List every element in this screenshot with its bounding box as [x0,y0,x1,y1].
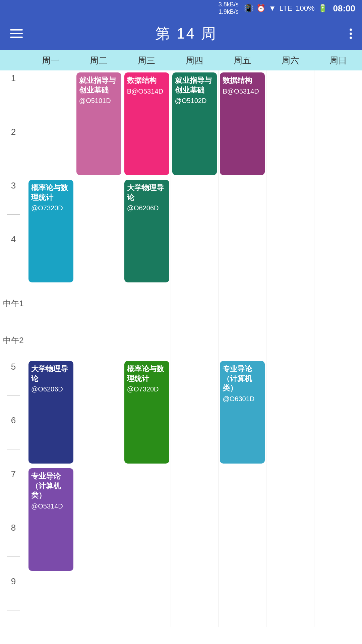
course-room: @O6206D [31,385,71,393]
day-column-1: 就业指导与创业基础@O5101D [75,70,123,627]
course-room: B@O5314D [127,87,167,96]
course-name: 概率论与数理统计 [127,364,167,383]
course-block[interactable]: 大学物理导论@O6206D [124,180,169,282]
day-header-tue: 周二 [75,55,123,66]
day-column-5 [266,70,314,627]
day-header-mon: 周一 [27,55,75,66]
course-block[interactable]: 专业导论（计算机类）@O6301D [220,361,265,464]
course-name: 专业导论（计算机类） [31,472,71,500]
status-icons: 📳 ⏰ ▼ LTE 100% 🔋 08:00 [244,3,355,14]
day-column-6 [314,70,362,627]
battery-icon: 🔋 [318,4,327,13]
time-slot-1: 1 [0,70,27,124]
days-area: 概率论与数理统计@O7320D大学物理导论@O6206D专业导论（计算机类）@O… [27,70,362,627]
course-name: 数据结构 [127,76,167,86]
network-down: 1.9kB/s [219,8,239,16]
course-name: 就业指导与创业基础 [175,76,215,95]
course-block[interactable]: 专业导论（计算机类）@O5314D [28,468,73,571]
course-name: 大学物理导论 [31,364,71,383]
course-block[interactable]: 就业指导与创业基础@O5102D [172,72,217,175]
time-slot-noon1: 中午1 [0,285,27,322]
signal-icon: LTE [280,4,293,13]
course-block[interactable]: 就业指导与创业基础@O5101D [76,72,121,175]
day-header-fri: 周五 [218,55,266,66]
course-block[interactable]: 数据结构B@O5314D [220,72,265,175]
day-column-4: 数据结构B@O5314D专业导论（计算机类）@O6301D [218,70,266,627]
time-slot-4: 4 [0,231,27,285]
time-slot-2: 2 [0,124,27,178]
network-speed: 3.8kB/s 1.9kB/s [219,1,239,15]
course-room: @O5102D [175,96,215,105]
course-room: @O5101D [79,96,119,105]
day-column-2: 数据结构B@O5314D大学物理导论@O6206D概率论与数理统计@O7320D [123,70,171,627]
time-slot-noon2: 中午2 [0,322,27,359]
course-room: B@O5314D [223,87,262,96]
menu-button[interactable] [10,29,23,38]
vibrate-icon: 📳 [244,4,253,13]
page-title: 第 14 周 [155,24,217,44]
time-slot-5: 5 [0,359,27,413]
course-room: @O6301D [223,394,262,403]
time-slot-3: 3 [0,178,27,231]
app-bar: 第 14 周 [0,17,362,50]
course-room: @O7320D [127,385,167,393]
time-display: 08:00 [333,3,356,14]
day-header-sat: 周六 [266,55,314,66]
day-header-wed: 周三 [123,55,171,66]
day-header-row: 周一 周二 周三 周四 周五 周六 周日 [0,50,362,70]
course-room: @O5314D [31,502,71,511]
course-name: 概率论与数理统计 [31,183,71,202]
course-name: 大学物理导论 [127,183,167,202]
time-slot-9: 9 [0,574,27,627]
course-block[interactable]: 概率论与数理统计@O7320D [124,361,169,464]
day-column-3: 就业指导与创业基础@O5102D [171,70,219,627]
course-room: @O6206D [127,204,167,212]
calendar-grid: 1 2 3 4 中午1 中午2 5 6 7 8 [0,70,362,627]
day-column-0: 概率论与数理统计@O7320D大学物理导论@O6206D专业导论（计算机类）@O… [27,70,75,627]
time-slot-8: 8 [0,520,27,574]
course-block[interactable]: 大学物理导论@O6206D [28,361,73,464]
battery-text: 100% [296,4,314,13]
more-button[interactable] [350,29,352,39]
time-slot-7: 7 [0,466,27,520]
course-block[interactable]: 概率论与数理统计@O7320D [28,180,73,282]
status-bar: 3.8kB/s 1.9kB/s 📳 ⏰ ▼ LTE 100% 🔋 08:00 [0,0,362,17]
network-up: 3.8kB/s [219,1,239,8]
course-block[interactable]: 数据结构B@O5314D [124,72,169,175]
course-name: 数据结构 [223,76,262,86]
course-room: @O7320D [31,204,71,212]
alarm-icon: ⏰ [256,4,265,13]
day-header-sun: 周日 [314,55,362,66]
wifi-icon: ▼ [269,4,276,13]
time-slot-6: 6 [0,413,27,466]
day-header-thu: 周四 [171,55,219,66]
time-column: 1 2 3 4 中午1 中午2 5 6 7 8 [0,70,27,627]
course-name: 就业指导与创业基础 [79,76,119,95]
course-name: 专业导论（计算机类） [223,364,262,393]
